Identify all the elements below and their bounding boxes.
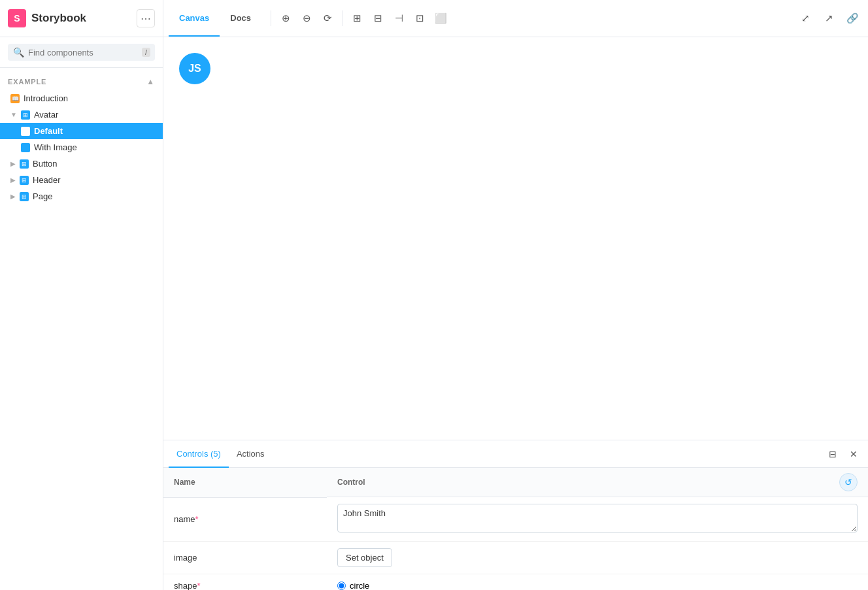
radio-circle[interactable] xyxy=(337,582,346,590)
search-box: 🔍 / xyxy=(8,44,155,61)
table-row: name* John Smith xyxy=(163,497,868,542)
reset-icon: ↺ xyxy=(844,477,852,487)
control-shape-label: shape* xyxy=(163,574,327,591)
split-view-button[interactable]: ⊟ xyxy=(824,445,842,463)
story-icon xyxy=(21,143,30,152)
controls-table: Name Control ↺ name* xyxy=(163,468,868,590)
component-icon: ⊞ xyxy=(20,159,29,169)
zoom-out-button[interactable]: ⊖ xyxy=(296,8,317,29)
name-input[interactable]: John Smith xyxy=(337,504,858,533)
sidebar-item-button[interactable]: ▶ ⊞ Button xyxy=(0,156,163,172)
required-indicator: * xyxy=(197,581,200,590)
sidebar-item-introduction[interactable]: 📖 Introduction xyxy=(0,90,163,107)
tab-canvas[interactable]: Canvas xyxy=(169,0,220,37)
table-row: shape* circle xyxy=(163,574,868,591)
bottom-tab-actions: ⊟ ✕ xyxy=(824,445,863,463)
viewport-icon: ⊡ xyxy=(416,12,424,24)
outline-button[interactable]: ⬜ xyxy=(430,8,451,29)
main-content: Canvas Docs ⊕ ⊖ ⟳ ⊞ ⊟ ⊣ ⊡ ⬜ xyxy=(163,0,868,590)
sidebar-item-header[interactable]: ▶ ⊞ Header xyxy=(0,172,163,188)
chevron-right-icon: ▶ xyxy=(10,160,16,167)
control-name-value: John Smith xyxy=(327,497,868,542)
search-icon: 🔍 xyxy=(13,47,24,57)
toolbar-tabs: Canvas Docs xyxy=(169,0,261,37)
zoom-in-button[interactable]: ⊕ xyxy=(275,8,296,29)
toolbar-divider-2 xyxy=(342,10,342,26)
zoom-out-icon: ⊖ xyxy=(303,12,311,24)
toolbar-divider-1 xyxy=(271,10,271,26)
required-indicator: * xyxy=(195,514,199,524)
main-toolbar: Canvas Docs ⊕ ⊖ ⟳ ⊞ ⊟ ⊣ ⊡ ⬜ xyxy=(163,0,868,37)
zoom-reset-button[interactable]: ⟳ xyxy=(317,8,338,29)
book-icon: 📖 xyxy=(10,94,20,103)
close-panel-button[interactable]: ✕ xyxy=(844,445,863,463)
controls-data-table: Name Control ↺ name* xyxy=(163,468,868,590)
control-shape-value: circle xyxy=(327,574,868,591)
collapse-icon[interactable]: ▲ xyxy=(146,77,155,86)
viewport-button[interactable]: ⊡ xyxy=(409,8,430,29)
fullscreen-icon: ⤢ xyxy=(801,12,810,24)
table-row: image Set object xyxy=(163,542,868,574)
fullscreen-button[interactable]: ⤢ xyxy=(795,8,816,29)
sidebar-item-page[interactable]: ▶ ⊞ Page xyxy=(0,188,163,205)
sidebar-item-avatar[interactable]: ▼ ⊞ Avatar xyxy=(0,107,163,123)
sidebar-item-avatar-default[interactable]: Default xyxy=(0,123,163,139)
radio-group-shape: circle xyxy=(337,581,858,590)
col-control-header: Control ↺ xyxy=(327,468,868,497)
reset-controls-button[interactable]: ↺ xyxy=(839,473,858,491)
col-name-header: Name xyxy=(163,468,327,497)
split-view-icon: ⊟ xyxy=(829,449,837,459)
sidebar: S Storybook ⋯ 🔍 / EXAMPLE ▲ 📖 Introducti… xyxy=(0,0,163,590)
toolbar-right-actions: ⤢ ↗ 🔗 xyxy=(795,8,863,29)
measure-icon: ⊣ xyxy=(395,12,403,24)
tab-docs[interactable]: Docs xyxy=(220,0,261,37)
logo-icon: S xyxy=(8,9,26,27)
bottom-panel-tabs: Controls (5) Actions ⊟ ✕ xyxy=(163,440,868,468)
grid-single-button[interactable]: ⊞ xyxy=(346,8,367,29)
tab-controls[interactable]: Controls (5) xyxy=(169,441,229,468)
new-window-icon: ↗ xyxy=(825,12,833,24)
chevron-right-icon: ▶ xyxy=(10,193,16,200)
sidebar-menu-button[interactable]: ⋯ xyxy=(137,9,155,27)
chevron-right-icon: ▶ xyxy=(10,176,16,184)
control-image-label: image xyxy=(163,542,327,574)
component-icon: ⊞ xyxy=(20,176,29,185)
bottom-panel: Controls (5) Actions ⊟ ✕ Name xyxy=(163,440,868,590)
canvas-area: JS xyxy=(163,37,868,440)
logo-area: S Storybook xyxy=(8,9,86,27)
tab-actions[interactable]: Actions xyxy=(229,441,273,468)
chevron-down-icon: ▼ xyxy=(10,111,17,118)
component-icon: ⊞ xyxy=(20,192,29,201)
sidebar-title: Storybook xyxy=(31,12,86,25)
new-window-button[interactable]: ↗ xyxy=(818,8,839,29)
avatar-preview: JS xyxy=(179,53,210,84)
close-icon: ✕ xyxy=(850,449,858,459)
control-name-label: name* xyxy=(163,497,327,542)
sidebar-search-area: 🔍 / xyxy=(0,37,163,68)
link-icon: 🔗 xyxy=(846,12,859,24)
story-icon xyxy=(21,127,30,136)
grid-single-icon: ⊞ xyxy=(353,12,361,24)
component-icon: ⊞ xyxy=(21,110,30,120)
radio-circle-label: circle xyxy=(350,581,369,590)
outline-icon: ⬜ xyxy=(435,12,447,24)
control-image-value: Set object xyxy=(327,542,868,574)
grid-multi-icon: ⊟ xyxy=(374,12,382,24)
measure-button[interactable]: ⊣ xyxy=(388,8,409,29)
sidebar-item-avatar-with-image[interactable]: With Image xyxy=(0,139,163,156)
copy-link-button[interactable]: 🔗 xyxy=(842,8,863,29)
nav-section-example: EXAMPLE ▲ xyxy=(0,73,163,90)
sidebar-header: S Storybook ⋯ xyxy=(0,0,163,37)
set-object-button[interactable]: Set object xyxy=(337,548,392,567)
grid-multi-button[interactable]: ⊟ xyxy=(367,8,388,29)
search-shortcut: / xyxy=(142,48,150,57)
search-input[interactable] xyxy=(28,48,138,57)
sidebar-nav: EXAMPLE ▲ 📖 Introduction ▼ ⊞ Avatar Defa… xyxy=(0,68,163,590)
zoom-reset-icon: ⟳ xyxy=(324,12,332,24)
zoom-in-icon: ⊕ xyxy=(282,12,290,24)
